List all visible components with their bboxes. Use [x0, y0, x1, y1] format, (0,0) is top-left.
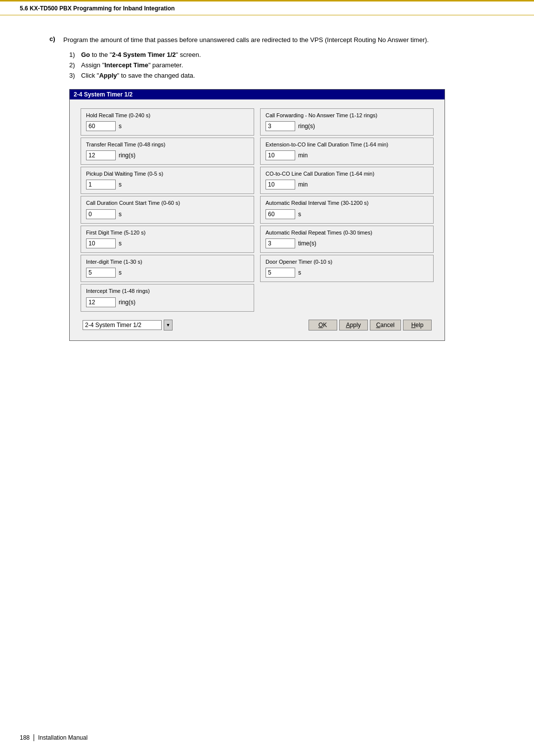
field-call-duration-start: Call Duration Count Start Time (0-60 s) … [81, 196, 254, 223]
field-first-digit-unit: s [119, 240, 122, 247]
cancel-button[interactable]: Cancel [370, 320, 401, 331]
field-pickup-dial-unit: s [119, 181, 122, 188]
field-call-duration-start-input[interactable] [86, 209, 116, 219]
instruction-block: c) Program the amount of time that passe… [49, 35, 494, 79]
field-inter-digit-unit: s [119, 269, 122, 276]
field-ext-co-input[interactable] [266, 150, 295, 160]
field-transfer-recall-unit: ring(s) [119, 152, 135, 159]
field-transfer-recall-row: ring(s) [86, 150, 249, 160]
field-first-digit: First Digit Time (5-120 s) s [81, 226, 254, 253]
field-call-forwarding-unit: ring(s) [298, 123, 315, 130]
step-2-number: 2) [69, 61, 78, 69]
field-call-duration-start-row: s [86, 209, 249, 219]
field-call-forwarding-input[interactable] [266, 121, 295, 131]
field-pickup-dial-input[interactable] [86, 180, 116, 189]
field-transfer-recall-input[interactable] [86, 150, 116, 160]
dialog-selector-input[interactable] [83, 320, 162, 330]
field-inter-digit: Inter-digit Time (1-30 s) s [81, 255, 254, 282]
help-button[interactable]: Help [403, 320, 432, 331]
instruction-c-text: Program the amount of time that passes b… [63, 35, 429, 45]
field-ext-co: Extension-to-CO line Call Duration Time … [260, 138, 434, 165]
field-redial-interval-input[interactable] [266, 209, 295, 219]
step-3-text: Click "Apply" to save the changed data. [81, 72, 195, 79]
field-ext-co-row: min [266, 150, 428, 160]
field-co-co-input[interactable] [266, 180, 295, 189]
step-3-apply: Apply [99, 72, 117, 79]
field-intercept-time-unit: ring(s) [119, 299, 135, 306]
apply-button[interactable]: Apply [339, 320, 368, 331]
step-1-text: Go to the "2-4 System Timer 1/2" screen. [81, 51, 201, 58]
field-redial-repeat-input[interactable] [266, 238, 295, 248]
page-footer: 188 Installation Manual [20, 734, 88, 741]
field-inter-digit-row: s [86, 268, 249, 278]
instruction-c-label: c) [49, 35, 59, 45]
apply-underline: A [346, 322, 350, 329]
field-redial-repeat-label: Automatic Redial Repeat Times (0-30 time… [266, 229, 428, 236]
field-transfer-recall: Transfer Recall Time (0-48 rings) ring(s… [81, 138, 254, 165]
fields-container: Hold Recall Time (0-240 s) s Transfer Re… [78, 106, 437, 314]
field-ext-co-label: Extension-to-CO line Call Duration Time … [266, 141, 428, 148]
step-3: 3) Click "Apply" to save the changed dat… [69, 72, 494, 79]
manual-name: Installation Manual [38, 734, 88, 741]
field-hold-recall-unit: s [119, 123, 122, 130]
step-3-number: 3) [69, 72, 78, 79]
field-redial-interval-row: s [266, 209, 428, 219]
footer-divider [34, 734, 34, 741]
field-inter-digit-label: Inter-digit Time (1-30 s) [86, 258, 249, 265]
section-header-text: 5.6 KX-TD500 PBX Programming for Inband … [20, 5, 175, 12]
help-underline: H [411, 322, 416, 329]
field-call-duration-start-unit: s [119, 211, 122, 218]
selector-arrow-icon[interactable]: ▼ [164, 320, 173, 331]
field-redial-repeat-row: time(s) [266, 238, 428, 248]
field-pickup-dial-row: s [86, 180, 249, 189]
page-number: 188 [20, 734, 30, 741]
field-inter-digit-input[interactable] [86, 268, 116, 278]
field-call-forwarding-row: ring(s) [266, 121, 428, 131]
field-transfer-recall-label: Transfer Recall Time (0-48 rings) [86, 141, 249, 148]
field-co-co: CO-to-CO Line Call Duration Time (1-64 m… [260, 167, 434, 194]
field-intercept-time-label: Intercept Time (1-48 rings) [86, 287, 249, 294]
field-first-digit-input[interactable] [86, 238, 116, 248]
field-hold-recall-input[interactable] [86, 121, 116, 131]
step-2-param: Intercept Time [104, 61, 148, 69]
right-column: Call Forwarding - No Answer Time (1-12 r… [257, 106, 437, 314]
step-1-go: Go [81, 51, 90, 58]
field-call-forwarding-label: Call Forwarding - No Answer Time (1-12 r… [266, 112, 428, 119]
field-ext-co-unit: min [298, 152, 308, 159]
left-column: Hold Recall Time (0-240 s) s Transfer Re… [78, 106, 257, 314]
ok-underline: O [318, 322, 323, 329]
field-door-opener-input[interactable] [266, 268, 295, 278]
step-2: 2) Assign "Intercept Time" parameter. [69, 61, 494, 69]
step-1: 1) Go to the "2-4 System Timer 1/2" scre… [69, 51, 494, 58]
main-content: c) Program the amount of time that passe… [0, 30, 534, 361]
field-redial-interval: Automatic Redial Interval Time (30-1200 … [260, 196, 434, 223]
dialog-title-bar: 2-4 System Timer 1/2 [70, 90, 445, 99]
field-redial-repeat-unit: time(s) [298, 240, 316, 247]
field-door-opener-row: s [266, 268, 428, 278]
field-redial-interval-label: Automatic Redial Interval Time (30-1200 … [266, 199, 428, 206]
ok-button[interactable]: OK [309, 320, 337, 331]
field-redial-interval-unit: s [298, 211, 301, 218]
dialog-selector: ▼ [83, 320, 173, 331]
field-hold-recall-label: Hold Recall Time (0-240 s) [86, 112, 249, 119]
field-door-opener: Door Opener Timer (0-10 s) s [260, 255, 434, 282]
step-2-text: Assign "Intercept Time" parameter. [81, 61, 183, 69]
field-door-opener-label: Door Opener Timer (0-10 s) [266, 258, 428, 265]
dialog-buttons: OK Apply Cancel Help [309, 320, 432, 331]
field-intercept-time-input[interactable] [86, 297, 116, 307]
field-first-digit-row: s [86, 238, 249, 248]
field-first-digit-label: First Digit Time (5-120 s) [86, 229, 249, 236]
field-pickup-dial-label: Pickup Dial Waiting Time (0-5 s) [86, 170, 249, 177]
dialog-bottom: ▼ OK Apply Cancel Help [78, 316, 437, 335]
cancel-underline: C [376, 322, 381, 329]
page-container: 5.6 KX-TD500 PBX Programming for Inband … [0, 0, 534, 756]
field-co-co-unit: min [298, 181, 308, 188]
field-pickup-dial: Pickup Dial Waiting Time (0-5 s) s [81, 167, 254, 194]
field-hold-recall-row: s [86, 121, 249, 131]
dialog-title: 2-4 System Timer 1/2 [74, 91, 133, 98]
field-call-forwarding: Call Forwarding - No Answer Time (1-12 r… [260, 108, 434, 136]
field-co-co-row: min [266, 180, 428, 189]
field-intercept-time-row: ring(s) [86, 297, 249, 307]
dialog-body: Hold Recall Time (0-240 s) s Transfer Re… [70, 99, 445, 340]
field-door-opener-unit: s [298, 269, 301, 276]
